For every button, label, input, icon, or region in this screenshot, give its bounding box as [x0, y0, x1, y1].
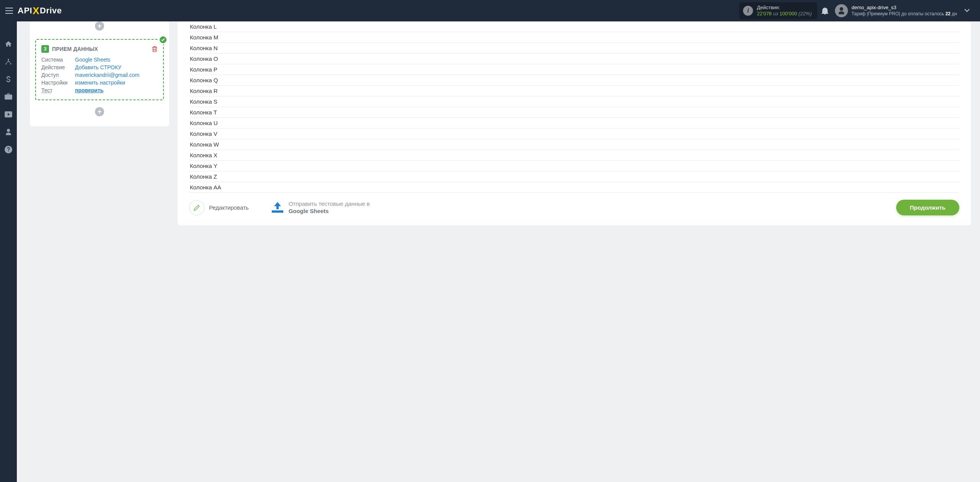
- user-text: demo_apix-drive_s3 Тариф |Премиум PRO| д…: [852, 5, 957, 16]
- hamburger-icon[interactable]: [2, 4, 16, 18]
- add-step-bottom-button[interactable]: +: [95, 107, 104, 116]
- column-row[interactable]: Колонка P: [189, 64, 959, 75]
- info-icon: i: [743, 6, 753, 16]
- upload-icon: [271, 202, 284, 213]
- send-test-label: Отправить тестовые данные в Google Sheet…: [289, 200, 373, 215]
- sidebar-connections-icon[interactable]: [0, 54, 17, 70]
- avatar-icon: [835, 4, 848, 17]
- column-row[interactable]: Колонка X: [189, 150, 959, 161]
- step-card[interactable]: 3 ПРИЕМ ДАННЫХ Система Google Sheets Дей…: [35, 39, 164, 100]
- trash-icon[interactable]: [152, 46, 158, 52]
- check-icon: [158, 35, 168, 44]
- action-link[interactable]: Добавить СТРОКУ: [75, 64, 121, 70]
- column-row[interactable]: Колонка R: [189, 86, 959, 96]
- edit-label: Редактировать: [209, 204, 249, 211]
- sidebar-billing-icon[interactable]: [0, 71, 17, 87]
- sidebar-home-icon[interactable]: [0, 36, 17, 52]
- access-link[interactable]: maverickandrii@gmail.com: [75, 72, 139, 78]
- column-row[interactable]: Колонка AA: [189, 182, 959, 193]
- logo-drive: Drive: [40, 6, 62, 16]
- test-label: Тест: [41, 87, 75, 93]
- column-list: Колонка LКолонка MКолонка NКолонка OКоло…: [189, 21, 959, 193]
- actions-counter[interactable]: i Действия: 22'078 из 100'000 (22%): [739, 2, 817, 19]
- column-row[interactable]: Колонка S: [189, 96, 959, 107]
- logo-api: API: [18, 6, 32, 16]
- access-label: Доступ: [41, 72, 75, 78]
- add-step-top-button[interactable]: +: [95, 21, 104, 31]
- column-row[interactable]: Колонка T: [189, 107, 959, 118]
- test-link[interactable]: проверить: [75, 87, 103, 93]
- step-number: 3: [41, 45, 49, 53]
- settings-label: Настройки: [41, 80, 75, 86]
- step-title: ПРИЕМ ДАННЫХ: [52, 46, 98, 52]
- column-row[interactable]: Колонка Z: [189, 171, 959, 182]
- sidebar-help-icon[interactable]: [0, 142, 17, 158]
- pencil-icon: [189, 200, 204, 215]
- column-row[interactable]: Колонка Y: [189, 161, 959, 171]
- sidebar: [0, 21, 17, 482]
- column-row[interactable]: Колонка M: [189, 32, 959, 43]
- logo[interactable]: API X Drive: [18, 5, 62, 17]
- sidebar-user-icon[interactable]: [0, 124, 17, 140]
- column-row[interactable]: Колонка N: [189, 43, 959, 54]
- column-row[interactable]: Колонка L: [189, 21, 959, 32]
- edit-button[interactable]: Редактировать: [189, 200, 249, 215]
- action-label: Действие: [41, 64, 75, 70]
- logo-x-icon: X: [33, 5, 39, 17]
- send-test-button[interactable]: Отправить тестовые данные в Google Sheet…: [271, 200, 373, 215]
- continue-button[interactable]: Продолжить: [896, 200, 959, 215]
- column-row[interactable]: Колонка Q: [189, 75, 959, 86]
- settings-link[interactable]: изменить настройки: [75, 80, 125, 86]
- column-row[interactable]: Колонка U: [189, 118, 959, 129]
- mapping-panel: Колонка LКолонка MКолонка NКолонка OКоло…: [178, 21, 971, 225]
- bell-icon[interactable]: [817, 7, 833, 15]
- user-menu[interactable]: demo_apix-drive_s3 Тариф |Премиум PRO| д…: [835, 4, 957, 17]
- workflow-panel: + 3 ПРИЕМ ДАННЫХ Си: [30, 21, 169, 126]
- sidebar-briefcase-icon[interactable]: [0, 89, 17, 105]
- column-row[interactable]: Колонка V: [189, 129, 959, 139]
- column-row[interactable]: Колонка O: [189, 54, 959, 64]
- column-row[interactable]: Колонка W: [189, 139, 959, 150]
- chevron-down-icon[interactable]: [960, 9, 974, 13]
- system-link[interactable]: Google Sheets: [75, 57, 111, 63]
- system-label: Система: [41, 57, 75, 63]
- actions-text: Действия: 22'078 из 100'000 (22%): [757, 5, 812, 16]
- sidebar-youtube-icon[interactable]: [0, 106, 17, 122]
- top-header: API X Drive i Действия: 22'078 из 100'00…: [0, 0, 980, 21]
